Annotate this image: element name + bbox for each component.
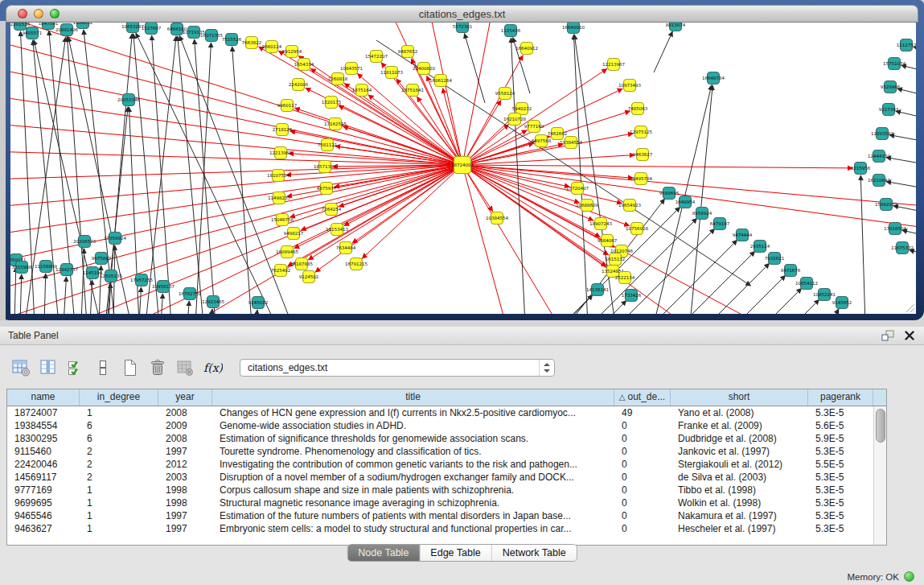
cell-year: 1997	[158, 509, 212, 522]
cell-short: Dudbridge et al. (2008)	[671, 432, 808, 445]
tab-edge-table[interactable]: Edge Table	[420, 545, 491, 561]
node-label: 1125436	[501, 28, 521, 33]
cell-out_de: 0	[614, 484, 671, 496]
edge	[14, 267, 16, 314]
vertical-scrollbar[interactable]	[873, 406, 886, 545]
cell-out_de: 0	[614, 458, 671, 471]
edge	[139, 287, 142, 314]
column-header-title[interactable]: title	[212, 389, 614, 406]
edge	[133, 34, 159, 314]
table-row[interactable]: 946554611997Estimation of the future num…	[7, 509, 886, 522]
column-header-name[interactable]: name	[7, 389, 80, 406]
node-label: 4875977	[317, 186, 337, 191]
resize-grip-icon[interactable]	[904, 302, 915, 313]
node-label: 1640954	[676, 200, 696, 204]
cell-pagerank: 5.3E-5	[808, 484, 873, 496]
node-label: 6497568	[532, 138, 552, 143]
cell-in_degree: 2	[80, 458, 158, 471]
node-label: 12213967	[602, 62, 625, 67]
cell-year: 2009	[158, 419, 212, 432]
cell-short: Yano et al. (2008)	[671, 406, 808, 419]
cell-name: 9465546	[7, 509, 80, 522]
row-height-icon[interactable]	[92, 357, 114, 378]
create-column-icon[interactable]	[119, 357, 142, 378]
network-window-titlebar[interactable]: citations_edges.txt	[6, 5, 918, 23]
cell-year: 2012	[158, 458, 212, 471]
node-label: 16099465	[276, 249, 298, 254]
node-label: 7634484	[336, 245, 356, 250]
cell-short: Stergiakouli et al. (2012)	[671, 458, 808, 471]
table-row[interactable]: 1872400712008Changes of HCN gene express…	[7, 406, 886, 419]
cell-in_degree: 1	[80, 484, 158, 496]
cell-short: Wolkin et al. (1998)	[671, 496, 808, 509]
node-label: 10843571	[340, 66, 363, 71]
cell-name: 9699695	[7, 496, 80, 509]
cell-out_de: 0	[614, 419, 671, 432]
table-row[interactable]: 911546021997Tourette syndrome. Phenomeno…	[7, 445, 886, 458]
cell-out_de: 0	[614, 509, 671, 522]
cell-name: 19384554	[7, 419, 80, 432]
import-table-disabled-icon[interactable]	[174, 357, 196, 378]
table-row[interactable]: 946362711997Embryonic stem cells: a mode…	[7, 522, 886, 535]
tab-network-table[interactable]: Network Table	[492, 545, 577, 561]
memory-status-icon[interactable]	[904, 571, 914, 582]
node-label: 17957255	[130, 278, 153, 282]
node-label: 9405571	[23, 31, 43, 35]
table-row[interactable]: 1938455462009Genome-wide association stu…	[7, 419, 886, 432]
table-panel-titlebar: Table Panel	[0, 327, 924, 345]
cell-short: Hescheler et al. (1997)	[671, 522, 808, 535]
column-header-short[interactable]: short	[671, 389, 808, 406]
float-panel-icon[interactable]	[881, 330, 895, 341]
cell-out_de: 0	[614, 432, 671, 445]
table-mode-icon[interactable]	[10, 357, 32, 378]
network-window-frame: citations_edges.txt 94055712089140610653…	[0, 0, 924, 320]
node-label: 8215956	[851, 166, 871, 171]
node-label: 7485063	[628, 106, 648, 111]
node-label: 9245012	[248, 300, 269, 305]
column-header-year[interactable]: year	[158, 389, 212, 406]
node-label: 9474444	[733, 233, 753, 237]
node-label: 16153413	[326, 227, 348, 232]
close-panel-icon[interactable]	[905, 331, 914, 340]
node-label: 18907243	[589, 221, 612, 226]
function-builder-icon[interactable]: f(x)	[201, 357, 224, 378]
node-label: 22400820	[413, 66, 435, 71]
node-label: 9975887	[92, 256, 112, 261]
node-label: 2260818	[328, 76, 348, 81]
table-row[interactable]: 2242004622012Investigating the contribut…	[7, 458, 886, 471]
delete-column-icon[interactable]	[146, 357, 169, 378]
cell-out_de: 0	[614, 522, 671, 535]
node-label: 15720407	[566, 186, 589, 191]
node-label: 15751074	[883, 61, 906, 66]
table-row[interactable]: 969969511998Structural magnetic resonanc…	[7, 496, 886, 509]
select-columns-icon[interactable]	[64, 357, 87, 378]
cell-name: 9463627	[7, 522, 80, 535]
cell-year: 2008	[158, 406, 212, 419]
edge	[896, 111, 916, 122]
tab-node-table[interactable]: Node Table	[347, 545, 420, 561]
table-select-dropdown[interactable]: citations_edges.txt	[240, 359, 555, 377]
cell-title: Structural magnetic resonance image aver…	[212, 496, 614, 509]
edge	[44, 274, 46, 314]
table-row[interactable]: 977716911998Corpus callosum shape and si…	[7, 484, 886, 496]
cell-in_degree: 6	[80, 432, 158, 445]
network-canvas[interactable]: 9405571208914061065328715276076466160107…	[10, 23, 916, 314]
edge	[187, 301, 189, 314]
node-label: 1320175	[322, 100, 342, 105]
node-label: 1184052	[73, 23, 93, 25]
column-header-pagerank[interactable]: pagerank	[808, 389, 873, 406]
show-column-icon[interactable]	[37, 357, 60, 378]
cell-pagerank: 5.3E-5	[808, 509, 873, 522]
column-header-out_de[interactable]: △out_de...	[614, 389, 671, 406]
node-label: 16640910	[562, 25, 585, 30]
edge	[886, 158, 916, 167]
edge	[161, 294, 162, 314]
edge	[511, 38, 525, 314]
cell-in_degree: 6	[80, 419, 158, 432]
table-row[interactable]: 1830029562008Estimation of significance …	[7, 432, 886, 445]
table-row[interactable]: 1456911722003Disruption of a novel membe…	[7, 471, 886, 484]
node-label: 19654923	[618, 203, 641, 208]
column-header-in_degree[interactable]: in_degree	[80, 389, 158, 406]
scrollbar-thumb[interactable]	[876, 409, 885, 443]
node-label: 17359924	[104, 236, 126, 241]
